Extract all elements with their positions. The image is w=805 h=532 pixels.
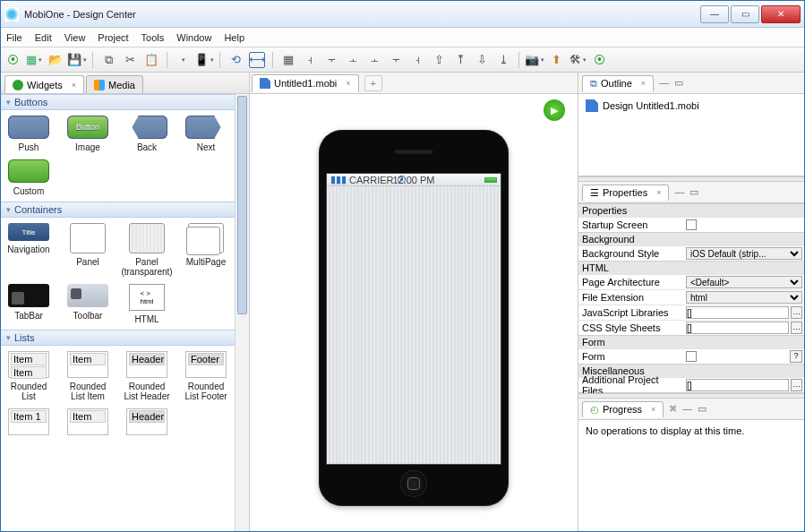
grid-icon[interactable]: ▦ — [280, 52, 296, 68]
align-left-icon[interactable]: ⫞ — [302, 52, 318, 68]
arrange-top-icon[interactable]: ⤒ — [452, 52, 468, 68]
clear-progress-icon[interactable]: ✖ — [669, 403, 677, 415]
document-icon — [260, 78, 270, 89]
new-tab-button[interactable]: + — [364, 75, 382, 91]
device-icon[interactable]: 📱 — [196, 52, 212, 68]
widget-rounded-list-footer[interactable]: FooterRounded List Footer — [182, 351, 230, 401]
section-buttons[interactable]: Buttons — [1, 94, 249, 110]
widget-list-extra1[interactable]: Item 1 — [4, 408, 53, 435]
tab-widgets[interactable]: Widgets × — [4, 75, 84, 93]
widget-toolbar[interactable]: Toolbar — [64, 284, 112, 324]
widget-panel[interactable]: Panel — [64, 223, 112, 277]
cut-icon[interactable]: ✂ — [122, 52, 138, 68]
prop-form-checkbox[interactable] — [686, 351, 697, 362]
arrange-down-icon[interactable]: ⇩ — [474, 52, 490, 68]
prop-css-input[interactable] — [686, 322, 789, 334]
tab-media[interactable]: Media — [86, 75, 143, 93]
section-lists[interactable]: Lists — [1, 330, 249, 346]
menu-edit[interactable]: Edit — [35, 32, 52, 43]
properties-tab[interactable]: ☰ Properties × — [582, 184, 669, 201]
widget-scroll-area[interactable]: Buttons Push ButtonImage Back Next Custo… — [1, 94, 249, 441]
align-center-icon[interactable]: ⫟ — [323, 52, 339, 68]
widget-custom-button[interactable]: Custom — [4, 159, 53, 196]
prop-bgstyle-select[interactable]: iOS Default (strip... — [686, 247, 802, 260]
menu-window[interactable]: Window — [176, 32, 211, 43]
tools-icon[interactable]: 🛠 — [569, 52, 586, 68]
widget-multipage[interactable]: MultiPage — [182, 223, 230, 277]
menu-help[interactable]: Help — [224, 32, 244, 43]
save-icon[interactable]: 💾 — [69, 52, 85, 68]
prop-jslibs-input[interactable] — [686, 306, 789, 319]
prop-fileext-select[interactable]: html — [686, 291, 802, 304]
widget-image-button[interactable]: ButtonImage — [64, 116, 112, 152]
widget-next-button[interactable]: Next — [182, 116, 230, 152]
design-tab[interactable]: Untitled1.mobi × — [252, 74, 359, 92]
battery-icon — [484, 177, 497, 183]
prop-jslibs-browse[interactable]: … — [791, 306, 802, 319]
camera-icon[interactable]: 📷 — [527, 52, 543, 68]
widget-list-extra2[interactable]: Item — [64, 408, 112, 435]
prop-addfiles-input[interactable] — [686, 379, 789, 391]
widgets-scrollbar[interactable] — [235, 94, 249, 531]
align-middle-icon[interactable]: ⫟ — [388, 52, 404, 68]
new-icon[interactable]: ▦ — [26, 52, 42, 68]
home-button[interactable] — [400, 470, 427, 497]
menu-tools[interactable]: Tools — [141, 32, 165, 43]
menu-file[interactable]: File — [6, 32, 22, 43]
maximize-properties-icon[interactable]: ▭ — [689, 186, 698, 198]
minimize-button[interactable]: — — [700, 5, 729, 23]
outline-tab[interactable]: ⧉ Outline × — [582, 75, 654, 91]
prop-pagearch-select[interactable]: <Default> — [686, 276, 802, 288]
minimize-progress-icon[interactable]: — — [682, 403, 692, 415]
prop-startup-checkbox[interactable] — [686, 219, 697, 230]
copy-icon[interactable]: ⧉ — [100, 52, 116, 68]
wifi-icon[interactable]: ⦿ — [4, 52, 21, 68]
open-icon[interactable]: 📂 — [47, 52, 64, 68]
close-progress-icon[interactable]: × — [651, 405, 655, 414]
maximize-progress-icon[interactable]: ▭ — [698, 403, 707, 415]
widget-html[interactable]: < > htmlHTML — [123, 284, 171, 324]
widget-panel-transparent[interactable]: Panel (transparent) — [123, 223, 171, 277]
minimize-outline-icon[interactable]: — — [659, 77, 669, 89]
wifi2-icon[interactable]: ⦿ — [591, 52, 607, 68]
widget-list-extra3[interactable]: Header — [123, 408, 171, 435]
orientation-icon[interactable]: ⟲ — [227, 52, 244, 68]
section-containers[interactable]: Containers — [1, 202, 249, 218]
widget-rounded-list-header[interactable]: HeaderRounded List Header — [123, 351, 171, 401]
minimize-properties-icon[interactable]: — — [674, 186, 684, 198]
widget-rounded-list[interactable]: ItemItemRounded List — [4, 351, 53, 401]
maximize-button[interactable]: ▭ — [731, 5, 759, 23]
widget-back-button[interactable]: Back — [123, 116, 171, 152]
close-button[interactable]: ✕ — [761, 5, 801, 23]
prop-css-browse[interactable]: … — [791, 322, 802, 334]
prop-jslibs-label: JavaScript Libraries — [578, 307, 684, 318]
progress-tab[interactable]: ◴ Progress × — [582, 401, 664, 417]
design-canvas[interactable]: ▶ ▮▮▮ CARRIER ⦿ 12:00 PM — [250, 94, 578, 531]
phone-screen[interactable]: ▮▮▮ CARRIER ⦿ 12:00 PM — [326, 173, 501, 465]
apple-icon[interactable] — [175, 52, 191, 68]
link-icon[interactable]: ⟷ — [249, 52, 265, 68]
prop-addfiles-browse[interactable]: … — [791, 379, 802, 391]
close-outline-icon[interactable]: × — [641, 79, 646, 88]
widget-rounded-list-item[interactable]: ItemRounded List Item — [64, 351, 112, 401]
close-tab-icon[interactable]: × — [346, 79, 350, 88]
maximize-outline-icon[interactable]: ▭ — [674, 77, 683, 89]
arrange-up-icon[interactable]: ⇧ — [431, 52, 447, 68]
run-button[interactable]: ▶ — [544, 99, 565, 121]
design-file-icon — [586, 99, 598, 112]
upload-icon[interactable]: ⬆ — [548, 52, 564, 68]
widget-tabbar[interactable]: TabBar — [4, 284, 53, 324]
prop-form-help[interactable]: ? — [790, 350, 802, 363]
menu-project[interactable]: Project — [98, 32, 128, 43]
widget-push-button[interactable]: Push — [4, 116, 53, 152]
align-bottom-icon[interactable]: ⫞ — [409, 52, 425, 68]
close-properties-icon[interactable]: × — [656, 188, 661, 197]
arrange-bottom-icon[interactable]: ⤓ — [495, 52, 511, 68]
menu-view[interactable]: View — [64, 32, 86, 43]
outline-root-item[interactable]: Design Untitled1.mobi — [586, 99, 797, 112]
align-top-icon[interactable]: ⫠ — [366, 52, 382, 68]
paste-icon[interactable]: 📋 — [143, 52, 159, 68]
close-icon[interactable]: × — [72, 81, 76, 90]
align-right-icon[interactable]: ⫠ — [345, 52, 361, 68]
widget-navigation[interactable]: TitleNavigation — [4, 223, 53, 277]
